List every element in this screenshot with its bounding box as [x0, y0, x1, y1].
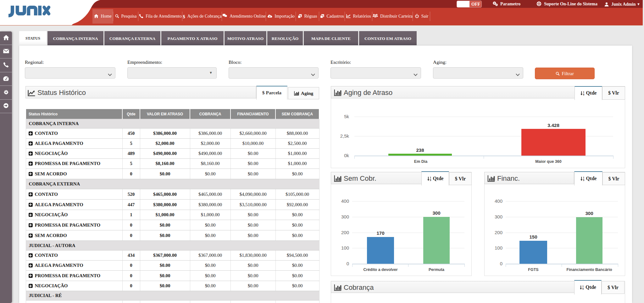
svg-text:9: 9 — [430, 179, 431, 181]
svg-text:9: 9 — [582, 288, 584, 290]
svg-text:9: 9 — [583, 93, 584, 96]
svg-text:9: 9 — [583, 179, 584, 181]
